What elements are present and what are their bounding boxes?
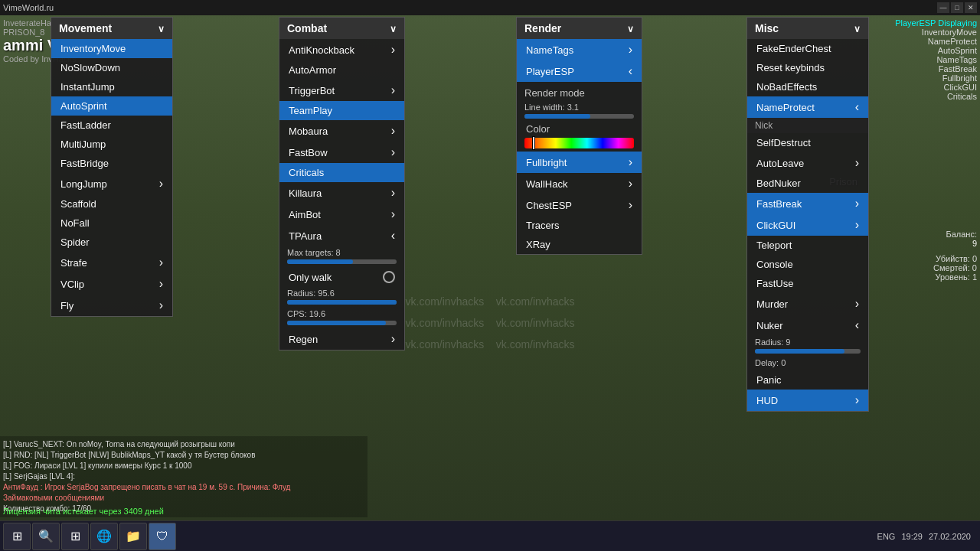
taskbar-left: ⊞ 🔍 ⊞ 🌐 📁 🛡: [3, 523, 176, 550]
combat-item-tpaura[interactable]: TPAura: [279, 225, 404, 246]
chat-line-5: АнтиФауд : Игрок SerjaBog запрещено писа…: [3, 482, 364, 493]
panic-label: Panic: [756, 374, 782, 386]
combat-item-antiknockback[interactable]: AntiKnockback: [279, 39, 404, 60]
only-walk-toggle[interactable]: [383, 271, 395, 283]
fly-arrow-icon: [159, 298, 163, 312]
combat-item-teamplay[interactable]: TeamPlay: [279, 101, 404, 120]
misc-item-murder[interactable]: Murder: [747, 293, 868, 315]
minimize-button[interactable]: —: [937, 2, 949, 13]
aimbot-arrow-icon: [391, 207, 395, 221]
nuker-radius-track[interactable]: [755, 349, 861, 354]
chat-area: [L] VarucS_NEXT: On noMoy, Torna на след…: [0, 436, 368, 517]
movement-item-longjump[interactable]: LongJump: [51, 173, 172, 194]
movement-title: Movement: [59, 22, 112, 34]
combat-header[interactable]: Combat: [279, 18, 404, 39]
render-item-chestesp[interactable]: ChestESP: [517, 194, 642, 216]
movement-item-noslowdown[interactable]: NoSlowDown: [51, 58, 172, 77]
misc-item-resetkeybinds[interactable]: Reset keybinds: [747, 58, 868, 77]
misc-item-nobadeffects[interactable]: NoBadEffects: [747, 77, 868, 96]
misc-item-bednuker[interactable]: BedNuker: [747, 174, 868, 193]
render-header[interactable]: Render: [517, 18, 642, 39]
render-item-nametags[interactable]: NameTags: [517, 39, 642, 60]
misc-item-console[interactable]: Console: [747, 255, 868, 274]
combat-item-fastbow[interactable]: FastBow: [279, 142, 404, 163]
chat-line-4: [L] SerjGajas [LVL 4]:: [3, 471, 364, 482]
max-targets-slider[interactable]: Max targets: 8: [279, 246, 404, 267]
combat-item-killaura[interactable]: Killaura: [279, 182, 404, 204]
taskbar-date: 27.02.2020: [929, 532, 971, 541]
misc-item-fakeenderchest[interactable]: FakeEnderChest: [747, 39, 868, 58]
misc-item-clickgui[interactable]: ClickGUI: [747, 214, 868, 236]
start-button[interactable]: ⊞: [3, 523, 31, 550]
nuker-radius-label: Radius: 9: [755, 337, 790, 347]
combat-item-mobaura[interactable]: Mobaura: [279, 120, 404, 142]
render-item-tracers[interactable]: Tracers: [517, 216, 642, 235]
cps-track[interactable]: [287, 321, 397, 325]
misc-item-selfdestruct[interactable]: SelfDestruct: [747, 133, 868, 152]
misc-item-hud[interactable]: HUD: [747, 390, 868, 411]
murder-arrow-icon: [855, 297, 859, 311]
misc-item-panic[interactable]: Panic: [747, 370, 868, 390]
hud-arrow-icon: [855, 393, 859, 407]
combat-item-aimbot[interactable]: AimBot: [279, 204, 404, 225]
movement-item-vclip[interactable]: VClip: [51, 273, 172, 295]
render-item-playeresp[interactable]: PlayerESP: [517, 60, 642, 82]
nuker-radius-slider[interactable]: Radius: 9: [747, 336, 868, 357]
movement-item-fastladder[interactable]: FastLadder: [51, 116, 172, 135]
shield-button[interactable]: 🛡: [149, 523, 176, 550]
nuker-delay-label: Delay: 0: [755, 358, 786, 367]
movement-item-inventorymove[interactable]: InventoryMove: [51, 39, 172, 58]
radius-track[interactable]: [287, 300, 397, 305]
movement-item-fly[interactable]: Fly: [51, 295, 172, 316]
close-button[interactable]: ✕: [965, 2, 977, 13]
combat-item-triggerbot[interactable]: TriggerBot: [279, 80, 404, 101]
misc-item-teleport[interactable]: Teleport: [747, 236, 868, 255]
max-targets-track[interactable]: [287, 259, 397, 264]
render-chevron-icon: [627, 22, 634, 34]
movement-item-instantjump[interactable]: InstantJump: [51, 77, 172, 96]
misc-item-fastbreak[interactable]: FastBreak: [747, 193, 868, 214]
combat-item-regen[interactable]: Regen: [279, 328, 404, 350]
nameprotect-arrow-icon: [855, 100, 859, 114]
misc-header[interactable]: Misc: [747, 18, 868, 39]
linewidth-track[interactable]: [524, 114, 634, 119]
movement-header[interactable]: Movement: [51, 18, 172, 39]
render-item-wallhack[interactable]: WallHack: [517, 173, 642, 194]
render-item-xray[interactable]: XRay: [517, 235, 642, 254]
misc-item-nuker[interactable]: Nuker: [747, 315, 868, 336]
color-picker[interactable]: [524, 138, 634, 148]
taskbar-time: 19:29: [901, 532, 923, 541]
movement-item-fastbridge[interactable]: FastBridge: [51, 154, 172, 173]
titlebar-controls: — □ ✕: [937, 2, 977, 13]
files-button[interactable]: 📁: [119, 523, 147, 550]
radius-fill: [287, 300, 397, 305]
hud-right-nameprotect: NameProtect: [895, 37, 977, 46]
task-view-button[interactable]: ⊞: [61, 523, 89, 550]
search-button[interactable]: 🔍: [32, 523, 60, 550]
misc-item-autoleave[interactable]: AutoLeave: [747, 152, 868, 174]
fastbow-arrow-icon: [391, 145, 395, 159]
movement-item-strafe[interactable]: Strafe: [51, 252, 172, 273]
movement-item-multijump[interactable]: MultiJump: [51, 135, 172, 154]
maximize-button[interactable]: □: [951, 2, 963, 13]
misc-chevron-icon: [854, 22, 861, 34]
hud-level: Уровень: 1: [933, 272, 977, 282]
cps-slider[interactable]: CPS: 19.6: [279, 308, 404, 328]
misc-item-fastuse[interactable]: FastUse: [747, 274, 868, 293]
movement-item-nofall[interactable]: NoFall: [51, 214, 172, 233]
render-mode-item[interactable]: Render mode: [524, 83, 634, 103]
clickgui-arrow-icon: [855, 218, 859, 232]
combat-item-onlywalk[interactable]: Only walk: [279, 267, 404, 287]
movement-item-autosprint[interactable]: AutoSprint: [51, 96, 172, 116]
combat-item-criticals[interactable]: Criticals: [279, 163, 404, 182]
render-item-fullbright[interactable]: Fullbright: [517, 152, 642, 173]
combat-item-autoarmor[interactable]: AutoArmor: [279, 60, 404, 80]
movement-item-scaffold[interactable]: Scaffold: [51, 194, 172, 214]
max-targets-fill: [287, 259, 353, 264]
browser-button[interactable]: 🌐: [90, 523, 118, 550]
movement-panel: Movement InventoryMove NoSlowDown Instan…: [51, 17, 173, 317]
radius-slider[interactable]: Radius: 95.6: [279, 287, 404, 308]
movement-item-spider[interactable]: Spider: [51, 233, 172, 252]
hud-right-nametags: NameTags: [895, 55, 977, 64]
misc-item-nameprotect[interactable]: NameProtect: [747, 96, 868, 118]
